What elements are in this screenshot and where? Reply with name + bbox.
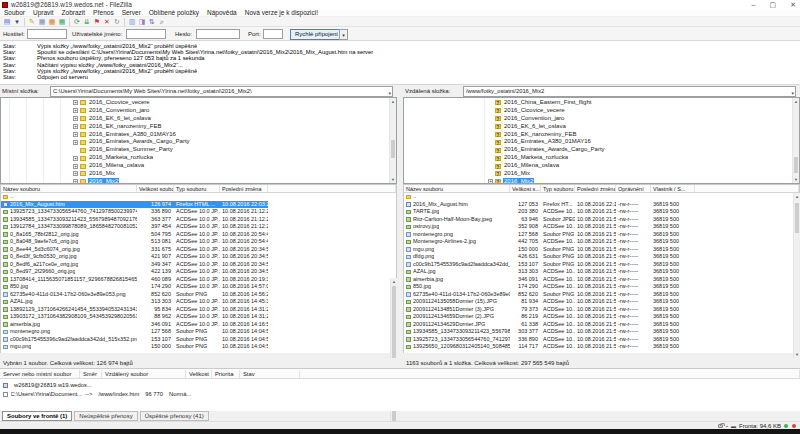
queue-column-vzd-len-soubor[interactable]: Vzdálený soubor bbox=[102, 370, 186, 378]
tree-expander-icon[interactable]: + bbox=[73, 140, 78, 145]
local-path-combo[interactable]: C:\Users\Yirina\Documents\My Web Sites\Y… bbox=[50, 86, 393, 97]
file-row-850-jpg[interactable]: 850.jpg174 290ACDSee 10.0 JP...10.08.201… bbox=[1, 283, 396, 291]
tab-ne-sp-n-p-enosy[interactable]: Neúspěšné přenosy bbox=[74, 411, 137, 421]
filter-icon[interactable]: ▥ bbox=[127, 17, 137, 26]
local-tree-scrollbar[interactable]: ▲ ▼ bbox=[389, 98, 396, 183]
process-queue-icon[interactable]: ⇊ bbox=[82, 17, 92, 26]
file-row-13934585-1334733093211423-5567989487[interactable]: 13934585_1334733093211423_5567989487...3… bbox=[404, 328, 799, 336]
file-row-20091124134851dornier-3-jpg[interactable]: 20091124134851Dornier (3).JPG79 373ACDSe… bbox=[404, 306, 799, 314]
file-row-montenegro-png[interactable]: montenegro.png127 568Soubor PNG10.08.201… bbox=[1, 328, 396, 336]
tree-item-2016-milena-oslava[interactable]: ?2016_Milena_oslava bbox=[404, 162, 791, 170]
disconnect-icon[interactable]: ✕ bbox=[102, 17, 112, 26]
file-row-[interactable]: .. bbox=[1, 193, 396, 201]
tree-item-2016-ek-6-let-oslava[interactable]: +2016_EK_6_let_oslava bbox=[1, 115, 388, 123]
file-row-2016-mix-august-htm[interactable]: 2016_Mix_August.htm127 053Firefox HT...1… bbox=[404, 201, 799, 209]
close-icon[interactable]: ✕ bbox=[790, 0, 796, 9]
checkbox-icon[interactable] bbox=[3, 392, 8, 397]
queue-file-row[interactable]: C:\Users\Yirina\Document...-->/www/index… bbox=[0, 390, 800, 399]
tab-soubory-ve-front-1[interactable]: Soubory ve frontě (1) bbox=[2, 411, 72, 421]
column-header-posledn-zm-na[interactable]: Poslední změna bbox=[220, 185, 268, 192]
scroll-up-icon[interactable]: ▲ bbox=[793, 98, 799, 105]
tree-expander-icon[interactable]: + bbox=[73, 108, 78, 113]
tree-item-2016-convention-jaro[interactable]: +2016_Convention_jaro bbox=[1, 107, 388, 115]
file-row-airserbia-jpg[interactable]: airserbia.jpg346 091ACDSee 10...10.08.20… bbox=[404, 276, 799, 284]
scroll-down-icon[interactable]: ▼ bbox=[793, 176, 799, 183]
column-header-posledn-zm-na[interactable]: Poslední změna bbox=[575, 185, 616, 192]
file-row-montenegro-png[interactable]: montenegro.png127 568Soubor PNG10.08.201… bbox=[404, 231, 799, 239]
tree-expander-icon[interactable]: + bbox=[73, 156, 78, 161]
scroll-up-icon[interactable]: ▲ bbox=[390, 98, 396, 105]
column-header-n-zev-souboru[interactable]: Název souboru bbox=[404, 185, 510, 192]
menu-p-enos[interactable]: Přenos bbox=[93, 9, 114, 17]
tree-expander-icon[interactable]: + bbox=[73, 164, 78, 169]
maximize-icon[interactable]: ▢ bbox=[770, 0, 777, 9]
queue-column-velikost[interactable]: Velikost bbox=[186, 370, 212, 378]
tree-item-2016-cicovice-vecere[interactable]: +2016_Cicovice_vecere bbox=[1, 99, 388, 107]
column-header-n-zev-souboru[interactable]: Název souboru bbox=[1, 185, 137, 192]
tree-item-2016-marketa-rozlucka[interactable]: ?2016_Marketa_rozlucka bbox=[404, 154, 791, 162]
file-row-mgu-png[interactable]: mgu.png150 000Soubor PNG10.08.2016 21:5.… bbox=[404, 246, 799, 254]
tree-expander-icon[interactable]: + bbox=[73, 132, 78, 137]
file-row-0-8a048-9aefe7c6-orig-jpg[interactable]: 0_8a048_9aefe7c6_orig.jpg513 081ACDSee 1… bbox=[1, 238, 396, 246]
file-row-ostrovy-jpg[interactable]: ostrovy.jpg352 908ACDSee 10...10.08.2016… bbox=[404, 223, 799, 231]
file-row-c00c9b175455396c9ad2faaddca342dd-51[interactable]: c00c9b175455396c9ad2faaddca342dd_51...15… bbox=[404, 261, 799, 269]
column-header-velikost-souboru[interactable]: Velikost souboru bbox=[137, 185, 174, 192]
tree-item-2016-emirates-awards-cargo-party[interactable]: +2016_Emirates_Awards_Cargo_Party bbox=[1, 138, 388, 146]
toggle-local-tree-icon[interactable]: ▦ bbox=[37, 17, 47, 26]
file-row-0-8ee44-5d3c6074-orig-jpg[interactable]: 0_8ee44_5d3c6074_orig.jpg331 675ACDSee 1… bbox=[1, 246, 396, 254]
refresh-icon[interactable]: ⟳ bbox=[72, 17, 82, 26]
quickconnect-button[interactable]: Rychlé připojení bbox=[290, 29, 343, 40]
quickconnect-dropdown-icon[interactable]: ▾ bbox=[339, 29, 348, 40]
compare-icon[interactable]: ◨ bbox=[137, 17, 147, 26]
file-row-13903172-1371064382908109-5434539298020563235-n[interactable]: 13903172_1371064382908109_54345392980205… bbox=[1, 313, 396, 321]
sync-browse-icon[interactable]: ⇅ bbox=[147, 17, 157, 26]
minimize-icon[interactable]: – bbox=[752, 0, 756, 9]
file-row-13708414-1115635071851157-929667882681546587-o-j[interactable]: 13708414_1115635071851157_92966788268154… bbox=[1, 276, 396, 284]
remote-list-scrollbar[interactable]: ▲ ▼ bbox=[793, 193, 800, 358]
menu-zobrazit[interactable]: Zobrazit bbox=[62, 9, 85, 17]
file-row-c00c9b175455396c9ad2faaddca342dd-515x352-png[interactable]: c00c9b175455396c9ad2faaddca342dd_515x352… bbox=[1, 336, 396, 344]
toggle-log-icon[interactable]: ✎ bbox=[27, 17, 37, 26]
tree-item-2016-milena-oslava[interactable]: +2016_Milena_oslava bbox=[1, 162, 388, 170]
column-header-vlastn-k-s[interactable]: Vlastník / S... bbox=[651, 185, 695, 192]
toggle-remote-tree-icon[interactable]: ▦ bbox=[47, 17, 57, 26]
file-row-dfdg-png[interactable]: dfdg.png426 631Soubor PNG10.08.2016 21:5… bbox=[404, 253, 799, 261]
file-row-62735e40-411d-0134-17b2-060e3e89e053-png[interactable]: 62735e40-411d-0134-17b2-060e3e89e053.png… bbox=[1, 291, 396, 299]
file-row-0-8ed97-2f29660-orig-jpg[interactable]: 0_8ed97_2f29660_orig.jpg422 139ACDSee 10… bbox=[1, 268, 396, 276]
tree-expander-icon[interactable]: + bbox=[73, 124, 78, 129]
site-manager-icon[interactable]: ▤ bbox=[2, 17, 12, 26]
file-row-airserbia-jpg[interactable]: airserbia.jpg346 091ACDSee 10.0 JP...10.… bbox=[1, 321, 396, 329]
toggle-queue-icon[interactable]: ▦ bbox=[57, 17, 67, 26]
menu-n-pov-da[interactable]: Nápověda bbox=[207, 9, 237, 17]
tree-item-2016-mix[interactable]: ?2016_Mix bbox=[404, 170, 791, 178]
scroll-down-icon[interactable]: ▼ bbox=[794, 351, 800, 358]
site-manager-dropdown-icon[interactable]: ▾ bbox=[12, 17, 22, 26]
cancel-icon[interactable]: ⚑ bbox=[92, 17, 102, 26]
file-row-13912784-1334733099878089-1865848270081052221-n[interactable]: 13912784_1334733099878089_18658482700810… bbox=[1, 223, 396, 231]
file-row-13925723-1334733056544760-7412978500[interactable]: 13925723_1334733056544760_7412978500...3… bbox=[404, 336, 799, 344]
tree-item-2016-cicovice-vecere[interactable]: ?2016_Cicovice_vecere bbox=[404, 107, 791, 115]
queue-column-stav[interactable]: Stav bbox=[240, 370, 300, 378]
remote-path-combo[interactable]: /www/fotky_ostatni/2016_Mix2 ▾ bbox=[463, 86, 796, 97]
tree-item-2016-china-eastern-first-flight[interactable]: ?2016_China_Eastern_First_flight bbox=[404, 99, 791, 107]
file-row-20091124135058dornier-15-jpg[interactable]: 20091124135058Dornier (15).JPG81 934ACDS… bbox=[404, 298, 799, 306]
menu-nov-verze-je-k-dispozici[interactable]: Nová verze je k dispozici! bbox=[245, 9, 318, 17]
menu-server[interactable]: Server bbox=[122, 9, 141, 17]
tree-item-2016-ek-narozeniny-feb[interactable]: ?2016_EK_narozeniny_FEB bbox=[404, 131, 791, 139]
queue-server-row[interactable]: w26819@26819.w19.wedos... bbox=[0, 381, 800, 390]
username-input[interactable] bbox=[126, 29, 166, 39]
port-input[interactable] bbox=[263, 29, 283, 39]
tab-sp-n-p-enosy-41[interactable]: Úspěšné přenosy (41) bbox=[140, 411, 209, 421]
password-input[interactable] bbox=[196, 29, 240, 39]
file-row-[interactable]: .. bbox=[404, 193, 799, 201]
column-header-typ-souboru[interactable]: Typ souboru bbox=[541, 185, 575, 192]
tree-expander-icon[interactable]: + bbox=[73, 171, 78, 176]
reconnect-icon[interactable]: ↻ bbox=[112, 17, 122, 26]
tree-item-2016-ek-6-let-oslava[interactable]: ?2016_EK_6_let_oslava bbox=[404, 123, 791, 131]
file-row-62735e40-411d-0134-17b2-060e3e89e053[interactable]: 62735e40-411d-0134-17b2-060e3e89e053...8… bbox=[404, 291, 799, 299]
tree-item-2016-ek-narozeniny-feb[interactable]: +2016_EK_narozeniny_FEB bbox=[1, 123, 388, 131]
menu-obl-ben-polo-ky[interactable]: Oblíbené položky bbox=[149, 9, 199, 17]
tree-item-2016-emirates-awards-cargo-party[interactable]: ?2016_Emirates_Awards_Cargo_Party bbox=[404, 146, 791, 154]
file-row-13934585-1334733093211423-5567989487092176673-n[interactable]: 13934585_1334733093211423_55679894870921… bbox=[1, 216, 396, 224]
scroll-down-icon[interactable]: ▼ bbox=[390, 176, 396, 183]
